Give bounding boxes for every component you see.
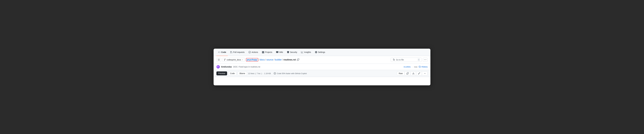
copilot-text: Code 55% faster with GitHub Copilot [277, 72, 307, 75]
file-dot-sep: · [263, 72, 264, 75]
nav-settings-label: Settings [318, 51, 325, 53]
nav-item-actions[interactable]: Actions [247, 49, 260, 56]
search-icon [392, 59, 395, 61]
raw-label: Raw [399, 72, 403, 75]
file-size: 1.19 KB [264, 72, 271, 75]
copy-path-button[interactable] [296, 58, 300, 61]
raw-button[interactable]: Raw [397, 71, 404, 75]
breadcrumb-row: codesprint_docs psychopy / docs / source… [214, 56, 430, 64]
nav-insights-label: Insights [304, 51, 311, 53]
breadcrumb-file: routines.rst [284, 58, 296, 61]
file-lines: 12 lines [248, 72, 254, 75]
branch-icon [224, 59, 226, 61]
sidebar-toggle-button[interactable] [216, 58, 221, 62]
sidebar-toggle-icon [218, 59, 220, 61]
nav-pr-label: Pull requests [233, 51, 244, 53]
nav-wiki-label: Wiki [279, 51, 283, 53]
breadcrumb-link-builder[interactable]: builder [275, 58, 282, 61]
github-window: Code Pull requests Actions [214, 49, 430, 85]
breadcrumb-sep-1: / [259, 58, 259, 61]
toolbar-right: Raw [397, 71, 428, 75]
go-to-file-kbd: t [418, 58, 420, 61]
go-to-file-label: Go to file [396, 59, 404, 61]
commit-time: now [414, 66, 418, 68]
commit-row: K kimDundas DOC: Fixed typo in routines.… [214, 64, 430, 70]
nav-projects-label: Projects [265, 51, 272, 53]
tab-code[interactable]: Code [228, 71, 236, 75]
branch-name: codesprint_docs [227, 59, 241, 61]
download-icon [412, 72, 414, 75]
more-options-button[interactable] [423, 58, 428, 62]
nav-item-wiki[interactable]: Wiki [274, 49, 284, 56]
copy-icon [297, 58, 299, 61]
nav-code-label: Code [221, 51, 226, 53]
more-options-icon [424, 59, 426, 61]
edit-icon [418, 72, 420, 75]
download-button[interactable] [411, 71, 416, 75]
chevron-down-icon [242, 59, 243, 60]
insights-icon [301, 51, 303, 53]
breadcrumb-sep-3: / [274, 58, 274, 61]
security-icon [287, 51, 289, 53]
tab-preview-label: Preview [218, 72, 225, 75]
commit-dot: · [412, 66, 413, 68]
history-label: History [422, 66, 428, 68]
edit-button[interactable] [416, 71, 422, 75]
branch-selector[interactable]: codesprint_docs [222, 58, 245, 62]
commit-author[interactable]: kimDundas [221, 66, 232, 68]
projects-icon [262, 51, 264, 53]
nav-item-insights[interactable]: Insights [299, 49, 312, 56]
copilot-badge: Code 55% faster with GitHub Copilot [274, 72, 307, 75]
nav-item-security[interactable]: Security [285, 49, 299, 56]
code-icon [218, 51, 220, 53]
file-info: 12 lines ( 7 loc ) · 1.19 KB [248, 72, 271, 75]
tab-blame-label: Blame [240, 72, 245, 75]
nav-security-label: Security [290, 51, 297, 53]
file-loc: 7 loc [257, 72, 260, 75]
settings-icon [315, 51, 317, 53]
file-content [214, 77, 430, 85]
avatar: K [216, 65, 220, 68]
file-toolbar: Preview Code Blame 12 lines ( 7 loc ) · … [214, 70, 430, 77]
nav-item-settings[interactable]: Settings [313, 49, 327, 56]
history-link[interactable]: History [419, 66, 428, 68]
top-nav: Code Pull requests Actions [214, 49, 430, 56]
actions-icon [248, 51, 251, 53]
more-file-options-button[interactable] [422, 71, 428, 75]
go-to-file-input[interactable]: Go to file t [391, 58, 422, 62]
tab-preview[interactable]: Preview [216, 71, 227, 75]
copy-content-button[interactable] [405, 71, 410, 75]
nav-item-projects[interactable]: Projects [260, 49, 274, 56]
tab-code-label: Code [230, 72, 235, 75]
breadcrumb-repo[interactable]: psychopy [246, 58, 258, 61]
breadcrumb-sep-2: / [265, 58, 266, 61]
copy-content-icon [406, 72, 409, 75]
tab-blame[interactable]: Blame [238, 71, 247, 75]
nav-item-code[interactable]: Code [216, 49, 228, 56]
commit-message: DOC: Fixed typo in routines.rst [233, 66, 260, 68]
breadcrumb-sep-4: / [282, 58, 283, 61]
copilot-icon [274, 72, 276, 75]
wiki-icon [276, 51, 278, 53]
more-file-icon [424, 72, 426, 75]
breadcrumb-link-source[interactable]: source [266, 58, 273, 61]
history-icon [419, 66, 421, 68]
commit-hash[interactable]: 4118581 [404, 66, 411, 68]
breadcrumb-link-docs[interactable]: docs [260, 58, 265, 61]
file-loc-paren: ( [255, 72, 256, 75]
nav-item-pull-requests[interactable]: Pull requests [228, 49, 246, 56]
pr-icon [230, 51, 232, 53]
nav-actions-label: Actions [252, 51, 258, 53]
file-loc-paren-close: ) [262, 72, 262, 75]
breadcrumb: psychopy / docs / source / builder / rou… [246, 58, 390, 61]
commit-meta: 4118581 · now History [404, 66, 428, 68]
